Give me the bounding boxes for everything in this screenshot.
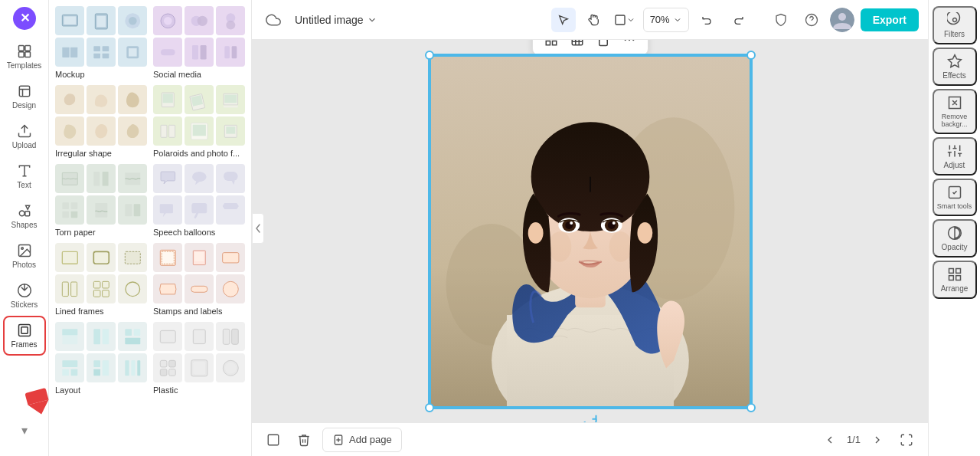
stamps-thumb-6[interactable] — [216, 274, 245, 303]
torn-thumb-2[interactable] — [87, 164, 116, 193]
polaroid-thumb-4[interactable] — [153, 116, 182, 146]
sidebar-item-shapes[interactable]: Shapes — [3, 196, 46, 236]
collapse-panel-handle[interactable] — [252, 213, 264, 244]
prev-page-btn[interactable] — [819, 429, 841, 451]
sidebar-item-photos[interactable]: Photos — [3, 236, 46, 276]
irregular-thumb-2[interactable] — [87, 85, 116, 114]
torn-thumb-3[interactable] — [118, 164, 147, 193]
select-tool-btn[interactable] — [551, 8, 576, 32]
hand-tool-btn[interactable] — [582, 8, 606, 32]
polaroid-thumb-2[interactable] — [185, 85, 214, 114]
effects-tool[interactable]: Effects — [933, 48, 977, 86]
next-page-btn[interactable] — [867, 429, 888, 451]
remove-bg-tool[interactable]: Remove backgr... — [933, 89, 977, 134]
torn-thumb-4[interactable] — [55, 195, 84, 225]
export-btn[interactable]: Export — [861, 8, 919, 31]
stamps-thumb-4[interactable] — [153, 274, 182, 303]
torn-thumb-5[interactable] — [87, 195, 116, 225]
polaroid-thumb-1[interactable] — [153, 85, 182, 114]
torn-thumb-6[interactable] — [118, 195, 147, 225]
speech-thumb-5[interactable] — [185, 195, 214, 225]
lined-thumb-2[interactable] — [87, 243, 116, 272]
filters-tool[interactable]: Filters — [933, 6, 977, 44]
selection-handle-tr[interactable] — [746, 51, 756, 60]
plastic-thumb-6[interactable] — [216, 353, 245, 382]
lined-thumb-6[interactable] — [118, 274, 147, 303]
lined-thumb-3[interactable] — [118, 243, 147, 272]
stamps-thumb-3[interactable] — [216, 243, 245, 272]
plastic-thumb-4[interactable] — [153, 353, 182, 382]
torn-thumb-1[interactable] — [55, 164, 84, 193]
layout-thumb-5[interactable] — [87, 353, 116, 382]
irregular-thumb-6[interactable] — [118, 116, 147, 146]
sidebar-item-frames[interactable]: Frames — [3, 316, 46, 356]
social-thumb-1[interactable] — [153, 6, 182, 35]
selection-handle-bl[interactable] — [425, 403, 434, 412]
zoom-control[interactable]: 70% — [643, 8, 689, 32]
plastic-thumb-2[interactable] — [185, 322, 214, 351]
sidebar-item-templates[interactable]: Templates — [3, 37, 46, 77]
sidebar-item-text[interactable]: Text — [3, 156, 46, 196]
layout-thumb-4[interactable] — [55, 353, 84, 382]
layout-thumb-6[interactable] — [118, 353, 147, 382]
collapse-panel-btn[interactable]: ▾ — [3, 410, 46, 450]
selection-handle-br[interactable] — [746, 403, 756, 412]
speech-thumb-1[interactable] — [153, 164, 182, 193]
plastic-thumb-3[interactable] — [216, 322, 245, 351]
irregular-thumb-4[interactable] — [55, 116, 84, 146]
irregular-thumb-5[interactable] — [87, 116, 116, 146]
undo-btn[interactable] — [695, 8, 720, 32]
fullscreen-btn[interactable] — [894, 428, 919, 452]
mockup-thumb-4[interactable] — [55, 38, 84, 67]
speech-thumb-3[interactable] — [216, 164, 245, 193]
canvas-grid-view-btn[interactable] — [567, 40, 588, 51]
smart-tools-tool[interactable]: Smart tools — [933, 179, 977, 216]
help-btn[interactable] — [799, 8, 824, 32]
social-thumb-2[interactable] — [185, 6, 214, 35]
shield-btn[interactable] — [769, 8, 793, 32]
canvas-image[interactable] — [430, 55, 751, 408]
speech-thumb-4[interactable] — [153, 195, 182, 225]
layout-thumb-3[interactable] — [118, 322, 147, 351]
social-thumb-5[interactable] — [185, 38, 214, 67]
speech-thumb-2[interactable] — [185, 164, 214, 193]
adjust-tool[interactable]: Adjust — [933, 137, 977, 176]
canvas-lock-btn[interactable] — [593, 40, 614, 51]
irregular-thumb-1[interactable] — [55, 85, 84, 114]
page-settings-btn[interactable] — [261, 428, 286, 452]
stamps-thumb-2[interactable] — [185, 243, 214, 272]
sidebar-item-design[interactable]: Design — [3, 77, 46, 116]
canvas-select-grid-btn[interactable] — [541, 40, 562, 51]
irregular-thumb-3[interactable] — [118, 85, 147, 114]
mockup-thumb-1[interactable] — [55, 6, 84, 35]
user-avatar[interactable] — [830, 8, 854, 32]
delete-btn[interactable] — [292, 428, 316, 452]
mockup-thumb-5[interactable] — [87, 38, 116, 67]
polaroid-thumb-3[interactable] — [216, 85, 245, 114]
rotate-handle[interactable] — [583, 414, 598, 423]
plastic-thumb-5[interactable] — [185, 353, 214, 382]
polaroid-thumb-6[interactable] — [216, 116, 245, 146]
social-thumb-4[interactable] — [153, 38, 182, 67]
social-thumb-6[interactable] — [216, 38, 245, 67]
arrange-tool[interactable]: Arrange — [933, 261, 977, 299]
mockup-thumb-3[interactable] — [118, 6, 147, 35]
social-thumb-3[interactable] — [216, 6, 245, 35]
redo-btn[interactable] — [726, 8, 750, 32]
sidebar-item-upload[interactable]: Upload — [3, 116, 46, 156]
mockup-thumb-2[interactable] — [87, 6, 116, 35]
lined-thumb-4[interactable] — [55, 274, 84, 303]
cloud-save-btn[interactable] — [261, 8, 286, 32]
speech-thumb-6[interactable] — [216, 195, 245, 225]
lined-thumb-1[interactable] — [55, 243, 84, 272]
add-page-btn[interactable]: Add page — [322, 428, 402, 452]
opacity-tool[interactable]: Opacity — [933, 219, 977, 258]
lined-thumb-5[interactable] — [87, 274, 116, 303]
layout-thumb-1[interactable] — [55, 322, 84, 351]
app-logo[interactable]: ✕ — [12, 6, 37, 31]
doc-title[interactable]: Untitled image — [295, 14, 377, 26]
stamps-thumb-1[interactable] — [153, 243, 182, 272]
selection-handle-tl[interactable] — [425, 51, 434, 60]
mockup-thumb-6[interactable] — [118, 38, 147, 67]
frame-view-btn[interactable] — [612, 8, 637, 32]
